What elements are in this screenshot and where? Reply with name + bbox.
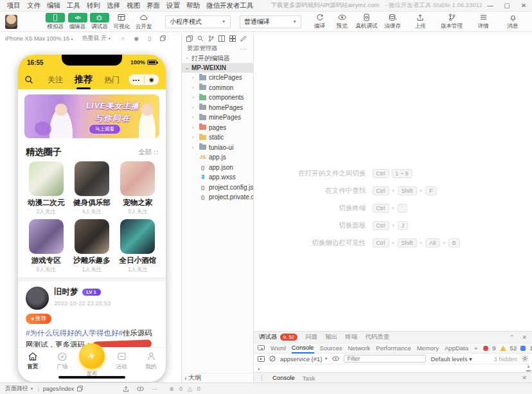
circle-item[interactable]: 沙雕乐趣多 1人关注	[69, 219, 114, 274]
menu-goto[interactable]: 转到	[84, 1, 103, 10]
banner-watch-button[interactable]: 马上观看	[89, 124, 121, 134]
maximize-button[interactable]: ▢	[499, 2, 515, 9]
visualization-button[interactable]: 可视化	[111, 13, 132, 31]
promo-banner[interactable]: LIVE美女主播 与你同在 马上观看	[24, 94, 159, 138]
menu-settings[interactable]: 设置	[163, 1, 183, 10]
more-icon[interactable]: ···	[152, 386, 157, 392]
see-all-link[interactable]: 全部 ∷	[138, 148, 158, 157]
more-actions-icon[interactable]: ···	[240, 45, 249, 52]
minimize-button[interactable]: —	[482, 2, 499, 9]
device-dropdown[interactable]: iPhone XS Max 100% 16 ▾	[5, 35, 73, 42]
feed-post[interactable]: 旧时梦 LV 1 2022-10-22 23:25:53 ♥ 推荐 #为什么玩得	[18, 282, 166, 351]
split-editor-icon[interactable]	[218, 35, 225, 42]
hot-reload-dropdown[interactable]: 热重载 开 ▾	[82, 34, 111, 42]
tab-terminal[interactable]: 终端	[345, 333, 357, 341]
rotate-icon[interactable]: ○	[121, 35, 125, 42]
tree-folder[interactable]: ›pages	[182, 123, 253, 133]
avatar[interactable]	[26, 287, 49, 310]
close-button[interactable]: ✕	[515, 2, 532, 9]
tab-problems[interactable]: 问题	[305, 333, 317, 341]
more-icon[interactable]: •••	[129, 77, 144, 83]
compile-mode-dropdown[interactable]: 普通编译 ▼	[240, 15, 302, 28]
menu-file[interactable]: 文件	[24, 1, 44, 10]
close-icon[interactable]: ✕	[522, 375, 527, 381]
tab-hot[interactable]: 热门	[104, 75, 120, 85]
tab-code-quality[interactable]: 代码质量	[365, 333, 389, 341]
cloud-dev-button[interactable]: 云开发	[133, 13, 155, 31]
upload-icon[interactable]	[123, 386, 129, 392]
tree-folder[interactable]: ›components	[182, 93, 253, 103]
menu-devtools[interactable]: 微信开发者工具	[203, 1, 257, 10]
menu-tools[interactable]: 工具	[64, 1, 84, 10]
tree-folder[interactable]: ›common	[182, 83, 253, 93]
publish-button[interactable]: ✈	[79, 343, 105, 369]
editor-toggle-button[interactable]: </> 编辑器	[66, 13, 88, 31]
preview-button[interactable]: 预览	[332, 13, 353, 30]
menu-project[interactable]: 项目	[4, 1, 24, 10]
close-target-icon[interactable]: ◉	[145, 76, 159, 83]
close-icon[interactable]: ✕	[522, 334, 527, 341]
eye-icon[interactable]	[332, 356, 339, 361]
tree-file[interactable]: JSapp.js	[182, 152, 253, 163]
post-author[interactable]: 旧时梦	[54, 287, 78, 298]
tab-overflow-icon[interactable]: »	[474, 345, 477, 352]
tree-file[interactable]: ∃app.wxss	[182, 172, 253, 183]
tab-wxml[interactable]: Wxml	[270, 343, 286, 354]
tab-debugger[interactable]: 调试器 9, 52	[259, 333, 297, 341]
search-icon[interactable]	[197, 35, 204, 42]
tab-recommend[interactable]: 推荐	[75, 74, 93, 85]
git-branch-icon[interactable]	[208, 35, 214, 42]
drawer-tab-console[interactable]: Console	[272, 373, 295, 384]
drawer-tab-task[interactable]: Task	[303, 373, 315, 384]
message-count[interactable]: 10	[529, 345, 532, 352]
clear-cache-button[interactable]: 清缓存	[380, 13, 405, 30]
upload-button[interactable]: 上传	[406, 13, 434, 30]
tree-folder[interactable]: ›circlePages	[182, 73, 253, 83]
debugger-toggle-button[interactable]: 调试器	[89, 13, 111, 31]
tree-file[interactable]: {}project.private.config.js...	[182, 192, 253, 202]
tab-output[interactable]: 输出	[325, 333, 337, 341]
float-window-icon[interactable]	[160, 35, 166, 41]
log-levels-dropdown[interactable]: Default levels ▾	[430, 355, 472, 363]
circle-item[interactable]: 全日小酒馆 1人关注	[115, 219, 161, 274]
console-output-area[interactable]: › ▲▬	[254, 364, 532, 372]
console-sidebar-icon[interactable]	[258, 356, 265, 362]
tab-performance[interactable]: Performance	[376, 343, 411, 354]
tab-follow[interactable]: 关注	[48, 75, 63, 85]
messages-button[interactable]: 消息	[499, 13, 527, 30]
open-editors-section[interactable]: › 打开的编辑器	[182, 53, 253, 63]
tab-network[interactable]: Network	[348, 343, 370, 354]
simulator-toggle-button[interactable]: 模拟器	[44, 13, 66, 31]
extensions-icon[interactable]	[229, 35, 236, 42]
menu-select[interactable]: 选择	[103, 1, 123, 10]
tree-folder[interactable]: ›static	[182, 132, 253, 143]
tab-memory[interactable]: Memory	[417, 343, 439, 354]
problem-counts[interactable]: ⊗ 0 △ 0	[169, 386, 200, 392]
files-icon[interactable]	[186, 35, 193, 42]
hashtag-link[interactable]: #为什么玩得好的人学得也好#	[26, 329, 123, 337]
menu-edit[interactable]: 编辑	[44, 1, 64, 10]
real-device-debug-button[interactable]: 真机调试	[354, 13, 380, 30]
outline-section[interactable]: › 大纲	[182, 373, 253, 382]
circle-item[interactable]: 动漫二次元 2人关注	[23, 161, 69, 216]
scrollbar[interactable]: ▲▬	[526, 364, 531, 372]
copy-icon[interactable]	[77, 386, 83, 391]
tab-console[interactable]: Console	[292, 343, 314, 354]
tab-sources[interactable]: Sources	[320, 343, 342, 354]
circle-item[interactable]: 宠物之家 0人关注	[115, 161, 161, 216]
circle-item[interactable]: 健身俱乐部 4人关注	[69, 161, 114, 216]
circle-item[interactable]: 游戏专区 0人关注	[23, 219, 69, 274]
device-frame-icon[interactable]: ▯	[148, 35, 151, 42]
console-filter-input[interactable]	[344, 355, 426, 363]
tree-folder[interactable]: ›minePages	[182, 112, 253, 123]
tabbar-mine[interactable]: 我的	[136, 351, 166, 382]
project-root-section[interactable]: ⌄ MP-WEIXIN	[182, 63, 253, 73]
tree-folder[interactable]: ›tuniao-ui	[182, 143, 253, 153]
mode-dropdown[interactable]: 小程序模式 ▼	[165, 15, 231, 28]
menu-help[interactable]: 帮助	[183, 1, 203, 10]
warning-count[interactable]: 52	[510, 345, 517, 352]
context-selector[interactable]: appservice (#1) ▼	[280, 355, 328, 363]
tab-appdata[interactable]: AppData	[445, 343, 468, 354]
page-path-value[interactable]: pages/index	[43, 386, 75, 392]
kebab-menu-icon[interactable]: ⋮	[259, 375, 265, 381]
